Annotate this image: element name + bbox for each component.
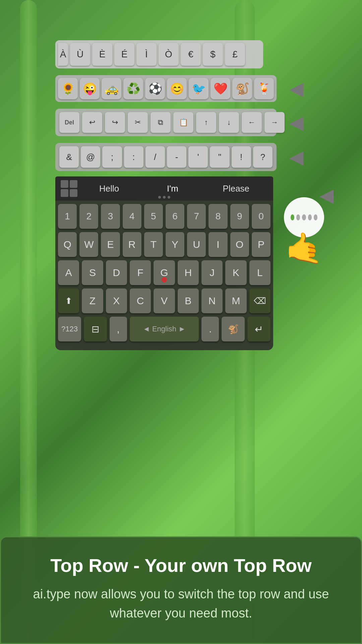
- key-9[interactable]: 9: [230, 204, 249, 229]
- undo-key[interactable]: ↩: [82, 112, 102, 133]
- emoji-bird[interactable]: 🐦: [189, 78, 208, 99]
- grid-button-area[interactable]: [61, 180, 77, 197]
- emoji-kb-key[interactable]: 🐒: [222, 317, 245, 341]
- emoji-sunflower[interactable]: 🌻: [58, 78, 78, 99]
- char-key-dollar[interactable]: $: [203, 43, 223, 66]
- char-key-pound[interactable]: £: [225, 43, 245, 66]
- key-x[interactable]: X: [106, 288, 127, 313]
- symbols-row: & @ ; : / - ' " ! ? ◀: [55, 143, 277, 171]
- key-n[interactable]: N: [201, 288, 223, 313]
- hand-pointer-icon: 🤙: [284, 231, 324, 266]
- arrow-edit: ◀: [289, 112, 303, 133]
- suggestion-please[interactable]: Please: [204, 183, 268, 194]
- sym-dash[interactable]: -: [167, 146, 186, 168]
- emoji-heart[interactable]: ❤️: [210, 78, 230, 99]
- sym-apostrophe[interactable]: ': [188, 146, 208, 168]
- char-key-u-grave[interactable]: Ù: [70, 43, 90, 66]
- sym-slash[interactable]: /: [145, 146, 165, 168]
- key-4[interactable]: 4: [123, 204, 141, 229]
- emoji-taxi[interactable]: 🚕: [102, 78, 121, 99]
- key-0[interactable]: 0: [252, 204, 270, 229]
- key-2[interactable]: 2: [79, 204, 98, 229]
- emoji-tongue[interactable]: 😜: [80, 78, 100, 99]
- key-z[interactable]: Z: [82, 288, 103, 313]
- sym-semicolon[interactable]: ;: [102, 146, 122, 168]
- period-key[interactable]: .: [201, 317, 219, 341]
- redo-key[interactable]: ↪: [105, 112, 125, 133]
- bottom-row: ?123 ⊟ , ◄ English ► . 🐒 ↵: [58, 317, 270, 341]
- key-3[interactable]: 3: [101, 204, 120, 229]
- move-up-key[interactable]: ↑: [196, 112, 216, 133]
- bottom-title: Top Row - Your own Top Row: [21, 554, 341, 577]
- key-b[interactable]: B: [178, 288, 199, 313]
- backspace-key[interactable]: ⌫: [249, 288, 270, 313]
- char-key-e-acute[interactable]: É: [114, 43, 134, 66]
- key-q[interactable]: Q: [58, 232, 77, 257]
- asdf-row: A S D F G H J K L: [58, 260, 270, 285]
- comma-key[interactable]: ,: [110, 317, 127, 341]
- cut-key[interactable]: ✂: [128, 112, 148, 133]
- key-g[interactable]: G: [154, 260, 175, 285]
- paste-key[interactable]: 📋: [173, 112, 193, 133]
- key-i[interactable]: I: [208, 232, 227, 257]
- emoji-smile[interactable]: 😊: [167, 78, 187, 99]
- key-o[interactable]: O: [230, 232, 249, 257]
- key-p[interactable]: P: [252, 232, 270, 257]
- enter-key[interactable]: ↵: [247, 317, 270, 341]
- char-key-o-grave[interactable]: Ò: [159, 43, 179, 66]
- sym-question[interactable]: ?: [253, 146, 273, 168]
- key-l[interactable]: L: [249, 260, 270, 285]
- key-r[interactable]: R: [123, 232, 141, 257]
- key-f[interactable]: F: [130, 260, 151, 285]
- suggestion-bar: Hello I'm Please: [55, 176, 273, 201]
- move-left-key[interactable]: ←: [242, 112, 262, 133]
- char-key-partial[interactable]: À: [58, 43, 68, 66]
- key-v[interactable]: V: [154, 288, 175, 313]
- emoji-monkey[interactable]: 🐒: [232, 78, 252, 99]
- move-right-key[interactable]: →: [264, 112, 285, 133]
- sym-ampersand[interactable]: &: [59, 146, 79, 168]
- char-key-euro[interactable]: €: [181, 43, 201, 66]
- num123-key[interactable]: ?123: [58, 317, 81, 341]
- sym-colon[interactable]: :: [124, 146, 143, 168]
- sym-at[interactable]: @: [81, 146, 100, 168]
- keyboard-main: 1 2 3 4 5 6 7 8 9 0: [55, 201, 273, 350]
- emoji-soccer[interactable]: ⚽: [145, 78, 165, 99]
- key-u[interactable]: U: [187, 232, 206, 257]
- key-s[interactable]: S: [82, 260, 103, 285]
- edit-row: Del ↩ ↪ ✂ ⧉ 📋 ↑ ↓ ← → ◀: [55, 109, 277, 136]
- key-e[interactable]: E: [101, 232, 120, 257]
- key-k[interactable]: K: [225, 260, 246, 285]
- char-key-i-grave[interactable]: Ì: [136, 43, 157, 66]
- key-c[interactable]: C: [130, 288, 151, 313]
- layout-key[interactable]: ⊟: [84, 317, 107, 341]
- key-w[interactable]: W: [79, 232, 98, 257]
- sym-exclaim[interactable]: !: [232, 146, 251, 168]
- shift-key[interactable]: ⬆: [58, 288, 79, 313]
- key-5[interactable]: 5: [144, 204, 163, 229]
- emoji-cocktail[interactable]: 🍹: [254, 78, 274, 99]
- key-j[interactable]: J: [201, 260, 223, 285]
- space-key[interactable]: ◄ English ►: [130, 317, 199, 341]
- suggestion-hello[interactable]: Hello: [77, 183, 141, 194]
- char-key-e-grave[interactable]: È: [92, 43, 112, 66]
- key-7[interactable]: 7: [187, 204, 206, 229]
- key-a[interactable]: A: [58, 260, 79, 285]
- emoji-recycle[interactable]: ♻️: [123, 78, 143, 99]
- dot-gray-4: [314, 214, 317, 220]
- copy-key[interactable]: ⧉: [150, 112, 171, 133]
- suggestion-dots: [158, 196, 170, 199]
- sym-quote[interactable]: ": [210, 146, 229, 168]
- key-8[interactable]: 8: [208, 204, 227, 229]
- key-m[interactable]: M: [225, 288, 246, 313]
- key-d[interactable]: D: [106, 260, 127, 285]
- move-down-key[interactable]: ↓: [219, 112, 239, 133]
- key-y[interactable]: Y: [166, 232, 184, 257]
- key-6[interactable]: 6: [166, 204, 184, 229]
- key-h[interactable]: H: [178, 260, 199, 285]
- del-key[interactable]: Del: [59, 112, 79, 133]
- suggestion-im[interactable]: I'm: [141, 183, 204, 194]
- key-1[interactable]: 1: [58, 204, 77, 229]
- key-t[interactable]: T: [144, 232, 163, 257]
- grid-icon[interactable]: [61, 180, 77, 197]
